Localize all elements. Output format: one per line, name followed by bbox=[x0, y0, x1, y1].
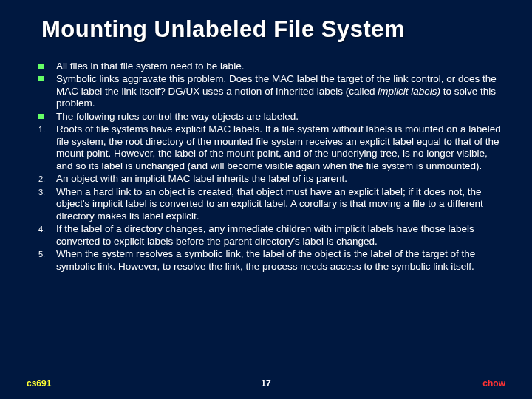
numbered-item: 4. If the label of a directory changes, … bbox=[38, 223, 502, 248]
bullet-text: Symbolic links aggravate this problem. D… bbox=[56, 73, 502, 109]
number-marker: 3. bbox=[38, 186, 56, 197]
bullet-icon bbox=[38, 111, 56, 119]
bullet-text: The following rules control the way obje… bbox=[56, 111, 502, 123]
number-marker: 1. bbox=[38, 123, 56, 134]
numbered-item: 2. An object with an implicit MAC label … bbox=[38, 173, 502, 185]
footer-left: cs691 bbox=[27, 378, 51, 389]
bullet-icon bbox=[38, 73, 56, 81]
slide-footer: cs691 17 chow bbox=[27, 378, 505, 389]
footer-right: chow bbox=[482, 378, 505, 389]
bullet-item: The following rules control the way obje… bbox=[38, 111, 502, 123]
number-marker: 5. bbox=[38, 248, 56, 259]
bullet-item: All files in that file system need to be… bbox=[38, 61, 502, 72]
bullet-item: Symbolic links aggravate this problem. D… bbox=[38, 73, 502, 109]
slide-title: Mounting Unlabeled File System bbox=[41, 16, 505, 43]
numbered-item: 1. Roots of file systems have explicit M… bbox=[38, 123, 502, 172]
numbered-text: When a hard link to an object is created… bbox=[56, 186, 502, 222]
numbered-text: Roots of file systems have explicit MAC … bbox=[56, 123, 502, 172]
number-marker: 4. bbox=[38, 223, 56, 234]
numbered-text: When the system resolves a symbolic link… bbox=[56, 248, 502, 273]
numbered-item: 5. When the system resolves a symbolic l… bbox=[38, 248, 502, 273]
numbered-text: An object with an implicit MAC label inh… bbox=[56, 173, 502, 185]
page-number: 17 bbox=[261, 378, 270, 389]
bullet-icon bbox=[38, 61, 56, 69]
number-marker: 2. bbox=[38, 173, 56, 184]
slide-content: All files in that file system need to be… bbox=[38, 61, 502, 273]
italic-text: implicit labels) bbox=[378, 86, 440, 97]
bullet-text: All files in that file system need to be… bbox=[56, 61, 502, 72]
slide: Mounting Unlabeled File System All files… bbox=[0, 0, 532, 399]
numbered-text: If the label of a directory changes, any… bbox=[56, 223, 502, 248]
numbered-item: 3. When a hard link to an object is crea… bbox=[38, 186, 502, 222]
